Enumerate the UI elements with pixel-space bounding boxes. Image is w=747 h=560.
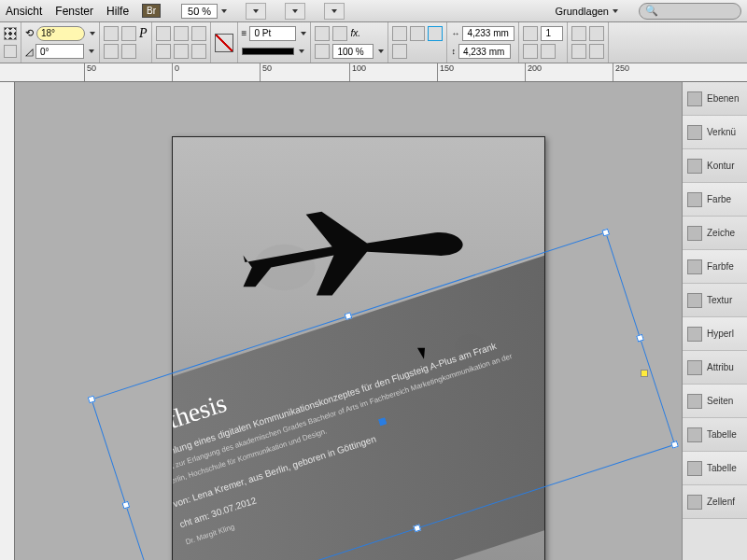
opacity-icon [315, 44, 330, 59]
view-mode-icon[interactable] [246, 3, 266, 20]
table-icon [687, 461, 702, 476]
panel-label: Farbfe [707, 261, 734, 272]
panel-textur[interactable]: Textur [683, 284, 747, 317]
flip-v-icon[interactable] [121, 44, 136, 59]
columns-input[interactable]: 1 [541, 26, 563, 41]
search-input[interactable]: 🔍 [639, 3, 741, 20]
ref-point-icon[interactable] [4, 27, 17, 40]
chevron-down-icon[interactable] [89, 49, 94, 53]
extra-icon[interactable] [571, 44, 586, 59]
canvas[interactable]: orthesis pfehlung eines digitalen Kommun… [15, 82, 682, 560]
p-icon[interactable]: P [139, 26, 148, 41]
chevron-down-icon[interactable] [90, 32, 95, 35]
chevron-down-icon[interactable] [378, 49, 384, 53]
rotate-ccw-icon[interactable] [121, 26, 136, 41]
selection-handle[interactable] [601, 229, 610, 237]
horizontal-ruler[interactable]: 50 0 50 100 150 200 250 [0, 63, 747, 82]
fx-label[interactable]: fx. [350, 28, 360, 38]
no-stroke-icon[interactable] [215, 34, 233, 52]
attributes-icon [687, 360, 702, 375]
arrange-icon[interactable] [324, 3, 345, 20]
right-panel-dock: Ebenen Verknü Kontur Farbe Zeiche Farbfe… [682, 82, 747, 560]
panel-hyperlinks[interactable]: Hyperl [683, 317, 747, 351]
chevron-down-icon[interactable] [221, 9, 227, 13]
bridge-badge[interactable]: Br [142, 4, 161, 18]
menu-help[interactable]: Hilfe [106, 5, 129, 18]
stroke-weight-input[interactable]: 0 Pt [249, 26, 296, 41]
stroke-icon [687, 159, 702, 174]
panel-label: Tabelle [707, 429, 737, 440]
chevron-down-icon [613, 9, 618, 13]
rotate-cw-icon[interactable] [104, 26, 119, 41]
extra-icon[interactable] [589, 26, 604, 41]
selection-handle[interactable] [121, 501, 130, 510]
rotation-input[interactable]: 18° [36, 26, 85, 41]
menubar: Ansicht Fenster Hilfe Br 50 % Grundlagen… [0, 0, 747, 22]
panel-farbe[interactable]: Farbe [683, 183, 747, 217]
cols-icon[interactable] [523, 44, 538, 59]
align-icon[interactable] [156, 26, 171, 41]
panel-tabelle-2[interactable]: Tabelle [683, 452, 747, 485]
selection-handle[interactable] [88, 396, 96, 404]
menu-view[interactable]: Ansicht [6, 5, 42, 18]
panel-label: Seiten [707, 396, 733, 406]
character-icon [687, 226, 702, 241]
panel-seiten[interactable]: Seiten [683, 385, 747, 418]
panel-label: Hyperl [707, 329, 734, 339]
wrap-icon[interactable] [410, 26, 425, 41]
align-group [152, 22, 211, 63]
align-icon[interactable] [191, 26, 206, 41]
align-icon[interactable] [174, 44, 189, 59]
ref-point-icon[interactable] [4, 45, 17, 58]
panel-label: Attribu [707, 362, 734, 372]
search-icon: 🔍 [645, 5, 658, 17]
panel-kontur[interactable]: Kontur [683, 149, 747, 183]
opacity-input[interactable]: 100 % [332, 44, 374, 59]
workspace-label: Grundlagen [556, 6, 610, 17]
panel-zeichen[interactable]: Zeiche [683, 217, 747, 250]
cols-icon[interactable] [541, 44, 556, 59]
align-icon[interactable] [191, 44, 206, 59]
screen-mode-icon[interactable] [285, 3, 305, 20]
panel-zellen[interactable]: Zellenf [683, 485, 747, 519]
panel-farbfelder[interactable]: Farbfe [683, 250, 747, 284]
rotation-handle[interactable] [641, 370, 648, 377]
stroke-icon: ≡ [242, 28, 247, 38]
vertical-ruler[interactable] [0, 82, 15, 560]
extra-icon[interactable] [571, 26, 586, 41]
fx-icon[interactable] [315, 26, 330, 41]
shear-icon: ◿ [25, 46, 33, 58]
layers-icon [687, 91, 702, 106]
rotate-flip-group: P [100, 22, 152, 63]
zoom-value[interactable]: 50 % [181, 4, 218, 19]
panel-label: Ebenen [707, 93, 739, 104]
textwrap-group [388, 22, 447, 63]
wrap-icon[interactable] [392, 26, 407, 41]
width-input[interactable]: 4,233 mm [462, 26, 514, 41]
crop-icon[interactable] [428, 26, 443, 41]
drop-shadow-icon[interactable] [332, 26, 347, 41]
height-input[interactable]: 4,233 mm [458, 44, 511, 59]
align-icon[interactable] [156, 44, 171, 59]
selection-handle[interactable] [670, 441, 679, 449]
panel-verknuepfungen[interactable]: Verknü [683, 116, 747, 149]
flip-h-icon[interactable] [104, 44, 119, 59]
chevron-down-icon[interactable] [301, 32, 306, 35]
zoom-control[interactable]: 50 % [181, 4, 227, 19]
shear-input[interactable]: 0° [35, 44, 84, 59]
chevron-down-icon[interactable] [299, 49, 304, 53]
menu-window[interactable]: Fenster [55, 5, 93, 18]
extra-icon[interactable] [589, 44, 604, 59]
w-icon: ↔ [451, 29, 459, 38]
panel-attribute[interactable]: Attribu [683, 351, 747, 385]
selection-handle[interactable] [636, 334, 644, 343]
wrap-icon[interactable] [392, 44, 407, 59]
panel-label: Textur [707, 295, 732, 305]
document-page[interactable]: orthesis pfehlung eines digitalen Kommun… [172, 136, 545, 560]
workspace-switcher[interactable]: Grundlagen [556, 6, 619, 17]
cols-icon[interactable] [523, 26, 538, 41]
panel-tabelle[interactable]: Tabelle [683, 418, 747, 452]
align-icon[interactable] [174, 26, 189, 41]
panel-ebenen[interactable]: Ebenen [683, 82, 747, 116]
stroke-style-swatch[interactable] [242, 48, 294, 55]
